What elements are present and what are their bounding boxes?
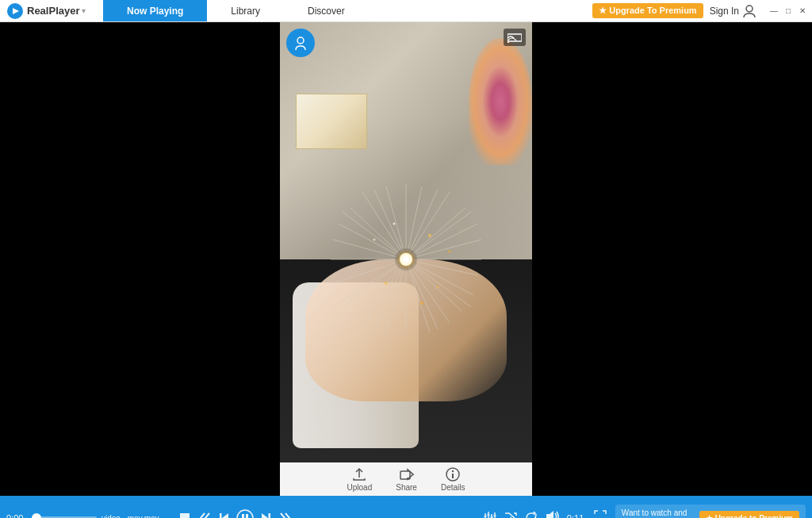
- svg-line-28: [406, 212, 471, 259]
- right-controls: 0:11: [483, 509, 607, 518]
- svg-point-39: [449, 250, 451, 252]
- cast-icon: [508, 32, 522, 43]
- svg-rect-53: [180, 513, 190, 518]
- logo-text: RealPlayer: [27, 5, 80, 17]
- next-button[interactable]: [259, 511, 273, 518]
- volume-icon: [545, 509, 561, 518]
- info-icon: [446, 467, 460, 482]
- svg-marker-55: [222, 513, 228, 518]
- progress-thumb: [32, 513, 41, 518]
- share-action[interactable]: Share: [396, 467, 417, 492]
- repeat-button[interactable]: [524, 509, 538, 518]
- svg-point-40: [385, 282, 388, 285]
- video-content: [280, 22, 532, 496]
- svg-point-2: [746, 6, 753, 12]
- svg-point-43: [393, 222, 396, 224]
- share-icon: [400, 467, 414, 482]
- realplayer-logo-icon: [6, 2, 24, 20]
- rewind-button[interactable]: 10: [197, 511, 213, 518]
- previous-icon: [217, 511, 232, 518]
- realplayer-overlay-icon[interactable]: [286, 29, 315, 57]
- logo-area[interactable]: RealPlayer ▾: [0, 2, 103, 20]
- video-actions-overlay: Upload Share Details: [280, 462, 532, 496]
- book-stack: [296, 94, 367, 149]
- maximize-button[interactable]: □: [782, 5, 795, 17]
- svg-marker-60: [262, 513, 268, 518]
- next-icon: [259, 511, 273, 518]
- rewind-icon: 10: [197, 511, 213, 518]
- details-action[interactable]: Details: [441, 467, 465, 492]
- volume-button[interactable]: [545, 509, 561, 518]
- filename-display: video - mov.mov: [102, 514, 173, 519]
- sparkler-visual: [327, 180, 485, 339]
- svg-point-44: [420, 301, 423, 305]
- svg-line-5: [406, 224, 477, 259]
- svg-rect-58: [242, 514, 244, 518]
- details-label: Details: [441, 483, 465, 492]
- svg-rect-45: [508, 34, 522, 41]
- nav-tabs: Now Playing Library Discover: [103, 0, 592, 21]
- svg-line-4: [406, 192, 450, 259]
- upgrade-bar-button[interactable]: ★ Upgrade to Premium: [699, 511, 799, 519]
- upgrade-to-premium-button[interactable]: ★ Upgrade To Premium: [592, 3, 703, 18]
- upload-icon: [352, 467, 366, 482]
- tab-now-playing[interactable]: Now Playing: [103, 0, 207, 21]
- user-icon: [742, 4, 756, 18]
- cast-button[interactable]: [504, 29, 526, 46]
- main-content: Upload Share Details: [0, 22, 812, 496]
- svg-rect-56: [220, 513, 222, 518]
- play-pause-button[interactable]: [236, 509, 254, 518]
- video-frame: [280, 22, 532, 496]
- window-controls: — □ ✕: [768, 5, 809, 17]
- svg-point-42: [437, 286, 439, 288]
- upgrade-bar-section: Want to watch and burn DVDs? ★ Upgrade t…: [615, 505, 806, 518]
- previous-button[interactable]: [217, 511, 232, 518]
- stop-button[interactable]: [178, 511, 192, 518]
- repeat-icon: [524, 509, 538, 518]
- upload-label: Upload: [347, 483, 373, 492]
- app-header: RealPlayer ▾ Now Playing Library Discove…: [0, 0, 812, 22]
- left-black-panel: [0, 22, 280, 496]
- close-button[interactable]: ✕: [796, 5, 809, 17]
- stop-icon: [178, 511, 192, 518]
- equalizer-button[interactable]: [483, 509, 497, 518]
- right-black-panel: [532, 22, 812, 496]
- shuffle-icon: [504, 509, 518, 518]
- tab-discover[interactable]: Discover: [284, 0, 369, 21]
- forward-icon: [278, 511, 293, 518]
- forward-button[interactable]: [278, 511, 293, 518]
- upload-action[interactable]: Upload: [347, 467, 373, 492]
- svg-point-38: [428, 234, 431, 237]
- svg-point-52: [452, 470, 454, 471]
- video-area[interactable]: Upload Share Details: [280, 22, 532, 496]
- fullscreen-button[interactable]: [593, 509, 607, 518]
- shuffle-button[interactable]: [504, 509, 518, 518]
- tab-library[interactable]: Library: [207, 0, 284, 21]
- share-label: Share: [396, 483, 417, 492]
- pause-icon: [236, 509, 254, 518]
- realplayer-icon: [292, 34, 309, 52]
- fullscreen-icon: [593, 509, 607, 518]
- logo-chevron[interactable]: ▾: [82, 6, 86, 15]
- upgrade-bar-text: Want to watch and burn DVDs?: [622, 508, 693, 518]
- header-right: ★ Upgrade To Premium Sign In — □ ✕: [592, 3, 812, 18]
- svg-point-57: [237, 510, 253, 518]
- minimize-button[interactable]: —: [768, 5, 780, 17]
- svg-line-10: [362, 259, 406, 327]
- svg-point-41: [373, 238, 376, 240]
- player-controls-bar: 0:00 video - mov.mov 10: [0, 496, 812, 518]
- end-time: 0:11: [567, 513, 587, 518]
- flowers-decoration: [469, 38, 532, 165]
- equalizer-icon: [483, 509, 497, 518]
- signin-area[interactable]: Sign In: [710, 4, 756, 18]
- svg-point-37: [403, 256, 409, 263]
- svg-rect-59: [246, 514, 248, 518]
- svg-rect-61: [269, 513, 271, 518]
- svg-marker-70: [546, 511, 553, 518]
- current-time: 0:00: [6, 513, 29, 518]
